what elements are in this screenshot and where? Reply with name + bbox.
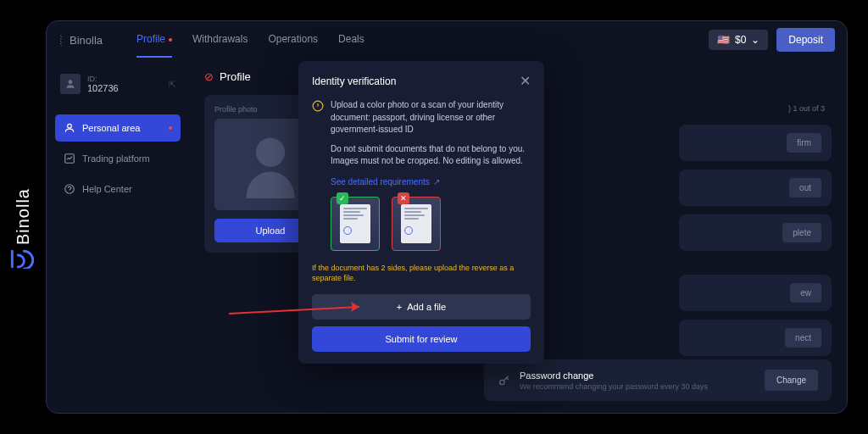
sidebar-item-label: Help Center — [82, 184, 132, 194]
balance-amount: $0 — [735, 34, 746, 46]
identity-verification-modal: Identity verification ✕ Upload a color p… — [298, 61, 544, 364]
card-stub: firm — [679, 125, 832, 161]
stub-button[interactable]: nect — [785, 328, 821, 348]
flag-icon: 🇺🇸 — [717, 34, 730, 46]
svg-point-4 — [256, 138, 285, 167]
password-change-card: Password change We recommend changing yo… — [484, 359, 832, 401]
person-icon — [64, 122, 75, 134]
modal-header: Identity verification ✕ — [312, 73, 531, 89]
app-logo: ⦚ Binolla — [58, 34, 103, 47]
nav-profile[interactable]: Profile — [136, 22, 172, 58]
close-icon[interactable]: ✕ — [520, 73, 531, 89]
sidebar-personal-area[interactable]: Personal area — [55, 114, 181, 142]
id-value: 102736 — [87, 83, 119, 93]
x-icon: ✕ — [398, 192, 409, 204]
notification-dot — [169, 38, 172, 42]
good-example: ✓ — [331, 197, 380, 251]
warning-icon — [312, 100, 324, 112]
sidebar-trading-platform[interactable]: Trading platform — [55, 145, 181, 172]
deposit-button[interactable]: Deposit — [776, 28, 835, 52]
plus-icon: + — [397, 302, 402, 312]
card-stub: out — [679, 170, 832, 206]
instruction-text-1: Upload a color photo or a scan of your i… — [331, 99, 531, 136]
logo-text: Binolla — [70, 34, 103, 47]
submit-for-review-button[interactable]: Submit for review — [312, 326, 531, 352]
modal-title: Identity verification — [312, 75, 396, 87]
chart-icon — [64, 153, 75, 164]
svg-point-1 — [68, 124, 72, 128]
brand-sidebar: Binolla — [0, 0, 46, 434]
card-stub: nect — [679, 320, 832, 356]
sidebar-help-center[interactable]: Help Center — [55, 175, 181, 203]
stub-button[interactable]: ew — [790, 283, 821, 303]
password-title: Password change — [520, 370, 756, 381]
user-id-block[interactable]: ID: 102736 ⇱ — [55, 69, 181, 99]
brand-text: Binolla — [14, 188, 33, 245]
expand-icon: ⇱ — [169, 80, 175, 89]
stub-button[interactable]: out — [789, 178, 821, 198]
balance-selector[interactable]: 🇺🇸 $0 ⌄ — [709, 30, 768, 50]
profile-title: Profile — [220, 70, 251, 83]
top-nav: Profile Withdrawals Operations Deals — [136, 22, 709, 58]
alert-icon: ⊘ — [204, 70, 214, 83]
logo-icon: ⦚ — [58, 34, 64, 47]
external-link-icon: ↗ — [433, 177, 440, 186]
requirements-link[interactable]: See detailed requirements ↗ — [331, 177, 440, 186]
svg-point-3 — [65, 185, 75, 194]
sidebar: ID: 102736 ⇱ Personal area Trading platf… — [47, 58, 189, 413]
chevron-down-icon: ⌄ — [751, 34, 760, 46]
card-stub: ew — [679, 275, 832, 311]
bad-example: ✕ — [392, 197, 441, 251]
brand-logo-icon — [10, 249, 34, 269]
topbar: ⦚ Binolla Profile Withdrawals Operations… — [47, 21, 847, 58]
user-icon — [60, 74, 81, 94]
change-password-button[interactable]: Change — [765, 370, 818, 391]
stub-button[interactable]: plete — [782, 223, 821, 242]
sidebar-item-label: Personal area — [82, 123, 141, 133]
sidebar-item-label: Trading platform — [82, 153, 150, 164]
check-icon: ✓ — [337, 192, 348, 204]
svg-point-0 — [69, 80, 73, 84]
nav-deals[interactable]: Deals — [338, 22, 364, 58]
help-icon — [64, 183, 75, 195]
sidebar-nav: Personal area Trading platform Help Cent… — [55, 114, 181, 203]
id-label: ID: — [87, 75, 119, 83]
svg-point-5 — [500, 380, 504, 384]
two-sides-note: If the document has 2 sides, please uplo… — [312, 263, 531, 284]
key-icon — [498, 374, 511, 387]
nav-withdrawals[interactable]: Withdrawals — [192, 22, 248, 58]
document-examples: ✓ ✕ — [331, 197, 531, 251]
add-file-button[interactable]: +Add a file — [312, 294, 531, 320]
instruction-text-2: Do not submit documents that do not belo… — [331, 143, 531, 168]
right-column: ) 1 out of 3 firm out plete ew nect — [679, 101, 832, 356]
notification-dot — [169, 126, 172, 130]
password-subtitle: We recommend changing your password ever… — [520, 382, 756, 391]
stub-button[interactable]: firm — [787, 133, 821, 153]
warning-block: Upload a color photo or a scan of your i… — [312, 99, 531, 136]
card-stub: plete — [679, 214, 832, 251]
nav-operations[interactable]: Operations — [268, 22, 318, 58]
step-indicator: ) 1 out of 3 — [679, 101, 832, 116]
